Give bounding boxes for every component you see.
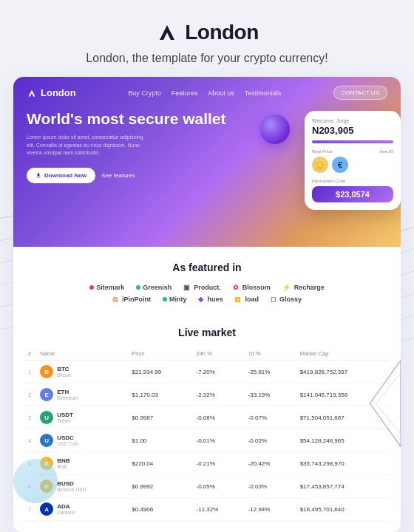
h24-cell: -0.21% — [192, 452, 244, 475]
mcap-cell: $141,045,719,358 — [296, 383, 390, 406]
featured-logos-row2: ◎ iPinPoint Minty ◈ hues ▤ load ◻ Glossy — [24, 296, 390, 303]
mcap-cell: $54,128,248,965 — [296, 429, 390, 452]
phone-progress-bar — [312, 140, 393, 143]
product-icon: ▣ — [183, 284, 190, 291]
mcap-cell: $17,453,857,774 — [296, 475, 390, 498]
mcap-cell: $419,828,752,397 — [296, 361, 390, 383]
phone-welcome-text: Welcome, Jorge — [312, 118, 393, 123]
coin-fullname: Ethereum — [57, 395, 78, 400]
featured-logo-blossom: ✿ Blossom — [233, 284, 271, 291]
hero-section: London Buy Crypto Features About us Test… — [13, 77, 401, 247]
glossy-icon: ◻ — [271, 296, 276, 303]
price-cell: $0.4906 — [127, 498, 191, 521]
coin-symbol: USDT — [57, 412, 73, 418]
coin-badge: B — [40, 365, 53, 378]
featured-title: As featured in — [24, 262, 390, 273]
h24-cell: -0.05% — [192, 475, 244, 498]
minty-dot — [163, 297, 167, 301]
d7-cell: -12.94% — [244, 498, 296, 521]
rank-cell: 4 — [24, 429, 35, 452]
price-cell: $1.00 — [127, 429, 191, 452]
featured-logo-glossy: ◻ Glossy — [271, 296, 302, 303]
greenish-dot — [136, 285, 140, 290]
blossom-icon: ✿ — [233, 284, 239, 291]
coin-symbol: BNB — [57, 457, 69, 464]
price-cell: $21,934.99 — [127, 361, 191, 383]
d7-cell: -25.81% — [244, 361, 296, 383]
mcap-cell: $35,743,298,970 — [296, 452, 390, 475]
featured-logo-sitemark: Sitemark — [89, 284, 124, 291]
market-title: Live market — [24, 327, 390, 338]
d7-cell: -0.03% — [244, 475, 296, 498]
price-cell: $1,170.03 — [127, 383, 191, 406]
table-row: 7 A ADA Cardano $0.4906 -11.32% -12.94% … — [24, 498, 390, 521]
nav-link-buy[interactable]: Buy Crypto — [128, 89, 161, 97]
market-table-body: 1 B BTC Bitcoin $21,934.99 -7.20% -25.81… — [24, 361, 390, 521]
featured-section: As featured in Sitemark Greenish ▣ Produ… — [13, 247, 401, 315]
phone-permanent-label: Permanent Code — [312, 179, 393, 183]
coin-symbol: BUSD — [57, 480, 86, 487]
table-row: 3 U USDT Tether $0.9987 -0.08% -0.07% $7… — [24, 406, 390, 429]
col-mcap: Market Cap — [296, 347, 390, 361]
price-cell: $0.9992 — [127, 475, 191, 498]
coin-gold: 🪙 — [312, 157, 328, 173]
name-cell: U USDT Tether — [35, 406, 127, 429]
brand-title: London — [185, 21, 259, 44]
rank-cell: 6 — [24, 475, 35, 498]
phone-coins: 🪙 € — [312, 157, 393, 173]
h24-cell: -0.08% — [192, 406, 244, 429]
page-header: London London, the template for your cry… — [0, 0, 414, 77]
coin-euro: € — [332, 157, 348, 173]
market-table-head: # Name Price 24h % 7d % Market Cap — [24, 347, 390, 361]
coin-fullname: Binance USD — [57, 487, 86, 492]
nav-link-about[interactable]: About us — [208, 89, 234, 97]
d7-cell: -0.02% — [244, 429, 296, 452]
featured-logo-minty: Minty — [163, 296, 187, 303]
h24-cell: -0.01% — [192, 429, 244, 452]
featured-logo-product: ▣ Product. — [183, 284, 221, 291]
download-button[interactable]: Download Now — [27, 168, 95, 183]
price-cell: $0.9987 — [127, 406, 191, 429]
name-cell: U USDC USD Coin — [35, 429, 127, 452]
svg-marker-1 — [29, 89, 35, 96]
coin-badge: B — [40, 457, 53, 470]
recharge-icon: ⚡ — [282, 284, 291, 291]
rank-cell: 5 — [24, 452, 35, 475]
rank-cell: 7 — [24, 498, 35, 521]
col-price: Price — [127, 347, 191, 361]
d7-cell: -20.42% — [244, 452, 296, 475]
features-button[interactable]: See features — [101, 172, 135, 179]
coin-badge: A — [40, 502, 53, 516]
nav-link-features[interactable]: Features — [172, 89, 198, 97]
col-7d: 7d % — [244, 347, 296, 361]
table-row: 5 B BNB BNB $220.04 -0.21% -20.42% $35,7… — [24, 452, 390, 475]
sitemark-dot — [89, 285, 94, 290]
phone-price-label: Real Price See All — [312, 149, 393, 154]
h24-cell: -7.20% — [192, 361, 244, 383]
hues-icon: ◈ — [198, 296, 203, 303]
table-row: 1 B BTC Bitcoin $21,934.99 -7.20% -25.81… — [24, 361, 390, 383]
featured-logo-recharge: ⚡ Recharge — [282, 284, 325, 291]
coin-fullname: Bitcoin — [57, 372, 72, 378]
contact-button[interactable]: CONTACT US — [333, 86, 387, 100]
name-cell: B BUSD Binance USD — [35, 475, 127, 498]
coin-badge: B — [40, 480, 53, 493]
brand-logo-icon — [155, 21, 179, 44]
brand-subtitle: London, the template for your crypto cur… — [15, 52, 399, 65]
featured-logo-ipinpoint: ◎ iPinPoint — [112, 296, 151, 303]
coin-badge: E — [40, 388, 53, 401]
name-cell: B BTC Bitcoin — [35, 361, 127, 383]
table-row: 2 E ETH Ethereum $1,170.03 -2.32% -33.19… — [24, 383, 390, 406]
coin-symbol: ETH — [57, 389, 78, 395]
hero-content: World's most secure wallet Lorem ipsum d… — [13, 100, 401, 198]
coin-fullname: BNB — [57, 464, 69, 469]
table-row: 4 U USDC USD Coin $1.00 -0.01% -0.02% $5… — [24, 429, 390, 452]
hero-description: Lorem ipsum dolor sit amet, consectetur … — [27, 134, 145, 157]
nav-logo-icon — [27, 88, 37, 98]
nav-link-testimonials[interactable]: Testimonials — [245, 89, 282, 97]
hero-nav: London Buy Crypto Features About us Test… — [13, 77, 401, 100]
name-cell: B BNB BNB — [35, 452, 127, 475]
rank-cell: 2 — [24, 383, 35, 406]
price-cell: $220.04 — [127, 452, 191, 475]
h24-cell: -11.32% — [192, 498, 244, 521]
